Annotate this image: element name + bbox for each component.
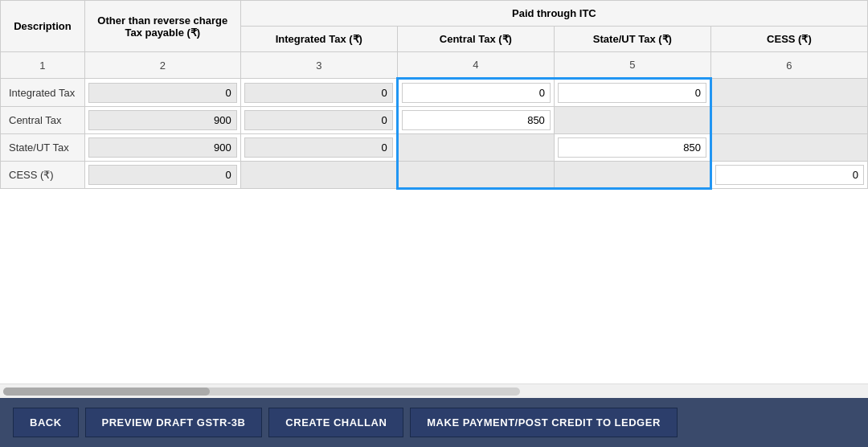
cell-input — [244, 110, 393, 130]
table-body: Integrated TaxCentral TaxState/UT TaxCES… — [1, 79, 868, 189]
col-description-header: Description — [1, 1, 85, 52]
cell-other — [84, 79, 240, 107]
cell-state — [554, 79, 710, 107]
cell-central — [397, 162, 554, 189]
scrollbar-track[interactable] — [3, 388, 520, 396]
col-num-6: 6 — [710, 52, 867, 79]
col-cess-header: CESS (₹) — [710, 27, 867, 52]
cell-input[interactable] — [402, 83, 551, 103]
cell-state — [554, 107, 710, 134]
cell-cess — [710, 107, 867, 134]
scrollbar-thumb[interactable] — [3, 388, 210, 396]
back-button[interactable]: BACK — [13, 408, 79, 437]
cell-cess — [710, 79, 867, 107]
cell-integrated — [240, 79, 397, 107]
col-other-header: Other than reverse charge Tax payable (₹… — [84, 1, 240, 52]
table-row: Central Tax — [1, 107, 868, 134]
make-payment-button[interactable]: MAKE PAYMENT/POST CREDIT TO LEDGER — [410, 408, 678, 437]
main-table-container: Description Other than reverse charge Ta… — [0, 0, 868, 383]
row-description: Central Tax — [1, 107, 85, 134]
col-num-5: 5 — [554, 52, 710, 79]
cell-input — [88, 110, 237, 130]
row-description: Integrated Tax — [1, 79, 85, 107]
cell-input[interactable] — [558, 83, 706, 103]
col-num-3: 3 — [240, 52, 397, 79]
col-num-1: 1 — [1, 52, 85, 79]
cell-other — [84, 107, 240, 134]
create-challan-button[interactable]: CREATE CHALLAN — [268, 408, 403, 437]
cell-input[interactable] — [558, 137, 706, 158]
cell-central — [397, 134, 554, 162]
cell-cess — [710, 162, 867, 189]
cell-cess — [710, 134, 867, 162]
cell-input — [88, 137, 237, 158]
cell-input — [244, 137, 393, 158]
cell-input — [244, 83, 393, 103]
tax-table: Description Other than reverse charge Ta… — [0, 0, 868, 190]
cell-input[interactable] — [715, 165, 864, 185]
table-row: State/UT Tax — [1, 134, 868, 162]
col-number-row: 1 2 3 4 5 6 — [1, 52, 868, 79]
header-row-1: Description Other than reverse charge Ta… — [1, 1, 868, 27]
cell-input[interactable] — [402, 110, 551, 130]
paid-through-itc-header: Paid through ITC — [240, 1, 867, 27]
col-num-2: 2 — [84, 52, 240, 79]
bottom-bar: BACK PREVIEW DRAFT GSTR-3B CREATE CHALLA… — [0, 398, 868, 447]
col-integrated-header: Integrated Tax (₹) — [240, 27, 397, 52]
cell-integrated — [240, 162, 397, 189]
cell-other — [84, 134, 240, 162]
cell-integrated — [240, 134, 397, 162]
cell-input — [88, 165, 237, 185]
cell-central — [397, 79, 554, 107]
col-central-header: Central Tax (₹) — [397, 27, 554, 52]
cell-input — [88, 83, 237, 103]
table-row: Integrated Tax — [1, 79, 868, 107]
col-num-4: 4 — [397, 52, 554, 79]
col-state-header: State/UT Tax (₹) — [554, 27, 710, 52]
cell-state — [554, 162, 710, 189]
row-description: CESS (₹) — [1, 162, 85, 189]
cell-central — [397, 107, 554, 134]
scrollbar-area[interactable] — [0, 383, 868, 398]
cell-integrated — [240, 107, 397, 134]
preview-button[interactable]: PREVIEW DRAFT GSTR-3B — [85, 408, 263, 437]
cell-state — [554, 134, 710, 162]
table-row: CESS (₹) — [1, 162, 868, 189]
cell-other — [84, 162, 240, 189]
row-description: State/UT Tax — [1, 134, 85, 162]
